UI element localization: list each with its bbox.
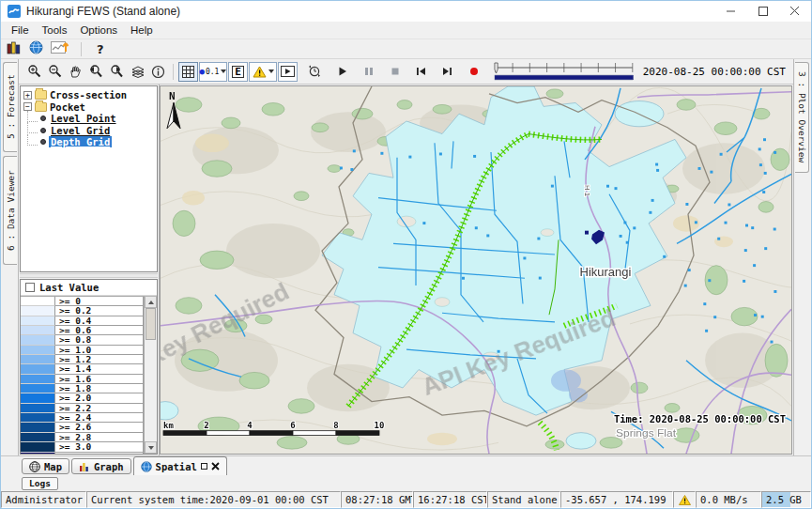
left-tab-strip: 5 : Forecast 6 : Data Viewer xyxy=(1,59,18,455)
legend-swatch xyxy=(21,433,55,442)
pan-hand-icon[interactable] xyxy=(66,62,85,82)
database-icon[interactable] xyxy=(7,40,22,58)
menu-help[interactable]: Help xyxy=(124,24,160,36)
scroll-track[interactable] xyxy=(145,308,157,441)
tree-item-level-point[interactable]: Level Point xyxy=(23,113,157,125)
contour-interval-dropdown[interactable]: ●0.1 xyxy=(199,62,227,82)
record-button[interactable] xyxy=(464,62,483,82)
skip-to-start-button[interactable] xyxy=(411,62,431,82)
legend-toggle-button[interactable]: E xyxy=(228,62,248,82)
folder-icon xyxy=(35,90,47,100)
map-toolbar: ●0.1 E 2020 xyxy=(19,59,793,85)
status-user: Administrator xyxy=(1,491,86,508)
legend-list: >= 0>= 0.2>= 0.4>= 0.6>= 0.8>= 1.0>= 1.2… xyxy=(21,296,144,454)
tree-item-depth-grid[interactable]: Depth Grid xyxy=(23,136,157,148)
layer-tree: + Cross-section − Pocket Level P xyxy=(20,85,158,272)
svg-text:2: 2 xyxy=(204,421,208,430)
scroll-down-icon[interactable] xyxy=(145,441,157,454)
tree-label: Level Grid xyxy=(49,125,112,136)
pause-button[interactable] xyxy=(359,62,378,82)
legend-label: >= 3.2 xyxy=(55,453,144,455)
tree-item-cross-section[interactable]: + Cross-section xyxy=(23,89,157,101)
bottom-tab-bar: Map Graph Spatial xyxy=(1,455,811,475)
tab-forecast[interactable]: 5 : Forecast xyxy=(3,62,17,152)
tree-item-pocket[interactable]: − Pocket xyxy=(23,101,157,114)
stop-button[interactable] xyxy=(385,62,405,82)
title-bar: Hikurangi FEWS (Stand alone) xyxy=(1,1,811,22)
scroll-up-icon[interactable] xyxy=(145,296,157,308)
svg-text:N: N xyxy=(169,90,176,102)
tab-spatial[interactable]: Spatial xyxy=(133,456,227,475)
globe-icon[interactable] xyxy=(29,40,43,58)
legend-swatch xyxy=(21,384,55,393)
play-button[interactable] xyxy=(332,62,352,82)
minimize-button[interactable] xyxy=(715,1,747,22)
legend-swatch xyxy=(21,316,55,326)
maximize-button[interactable] xyxy=(747,1,779,22)
menu-tools[interactable]: Tools xyxy=(36,24,74,36)
help-button[interactable]: ? xyxy=(93,42,108,56)
timeseries-icon[interactable] xyxy=(51,39,69,58)
skip-to-end-button[interactable] xyxy=(437,62,457,82)
zoom-out-icon[interactable] xyxy=(45,62,65,82)
folder-open-icon xyxy=(35,102,47,112)
legend-label: >= 3.0 xyxy=(55,442,144,452)
svg-text:8: 8 xyxy=(333,421,338,430)
tab-map[interactable]: Map xyxy=(22,458,69,474)
app-logo-icon xyxy=(8,5,21,18)
zoom-in-icon[interactable] xyxy=(24,62,44,82)
restore-panel-icon[interactable] xyxy=(201,463,207,470)
last-value-row: Last Value xyxy=(21,280,157,296)
legend-swatch xyxy=(21,442,55,452)
legend-scrollbar[interactable] xyxy=(144,296,157,454)
legend-swatch xyxy=(21,404,55,413)
map-time-label: Time: 2020-08-25 00:00:00 CST xyxy=(614,413,786,424)
bar-chart-icon xyxy=(79,461,90,472)
legend-row[interactable]: >= 3.0 xyxy=(21,442,144,452)
info-icon[interactable] xyxy=(148,62,168,82)
animation-settings-icon[interactable] xyxy=(304,62,324,82)
menu-options[interactable]: Options xyxy=(73,24,124,36)
close-tab-icon[interactable] xyxy=(211,462,220,470)
menu-file[interactable]: File xyxy=(5,24,36,36)
panel-splitter[interactable] xyxy=(20,273,158,278)
last-value-checkbox[interactable] xyxy=(25,283,35,292)
map-panel[interactable]: API Key Required API Key Required Hikura… xyxy=(160,85,792,455)
workspace: ●0.1 E 2020 xyxy=(18,59,794,455)
status-warning[interactable] xyxy=(673,491,696,508)
close-button[interactable] xyxy=(779,1,811,22)
tab-data-viewer[interactable]: 6 : Data Viewer xyxy=(3,156,17,265)
tree-label-selected: Depth Grid xyxy=(49,136,112,147)
tab-graph[interactable]: Graph xyxy=(71,458,131,474)
warning-dropdown-button[interactable] xyxy=(249,62,277,82)
tab-plot-overview[interactable]: 3 : Plot Overview xyxy=(795,62,809,173)
grid-display-button[interactable] xyxy=(178,62,198,82)
legend-swatch xyxy=(21,346,55,355)
status-gmt-time: 08:27:18 GMT xyxy=(341,491,413,508)
main-area: 5 : Forecast 6 : Data Viewer ●0.1 E xyxy=(1,58,811,455)
node-bullet-icon xyxy=(40,116,46,121)
legend-swatch xyxy=(21,375,55,384)
scroll-thumb[interactable] xyxy=(146,308,156,340)
animation-panel-button[interactable] xyxy=(278,62,298,82)
time-slider[interactable] xyxy=(494,61,635,82)
svg-text:4: 4 xyxy=(247,421,252,430)
expand-icon[interactable]: + xyxy=(23,91,32,100)
window-controls xyxy=(715,1,811,22)
zoom-next-icon[interactable] xyxy=(107,62,127,82)
label-hikurangi: Hikurangi xyxy=(580,265,632,279)
time-slider-handle xyxy=(495,63,498,73)
node-bullet-icon xyxy=(40,128,46,133)
map-canvas[interactable]: API Key Required API Key Required Hikura… xyxy=(161,86,791,454)
legend-swatch xyxy=(21,306,55,316)
status-coordinates: -35.657 , 174.199 xyxy=(560,491,673,508)
time-slider-range-bar xyxy=(495,75,634,80)
legend-swatch xyxy=(21,326,55,335)
legend-row[interactable]: >= 3.2 xyxy=(21,453,144,455)
legend-swatch xyxy=(21,335,55,345)
layers-icon[interactable] xyxy=(128,62,147,82)
logs-button[interactable]: Logs xyxy=(22,477,58,490)
menu-bar: File Tools Options Help xyxy=(1,22,811,39)
zoom-previous-icon[interactable] xyxy=(86,62,106,82)
tree-item-level-grid[interactable]: Level Grid xyxy=(23,125,157,137)
